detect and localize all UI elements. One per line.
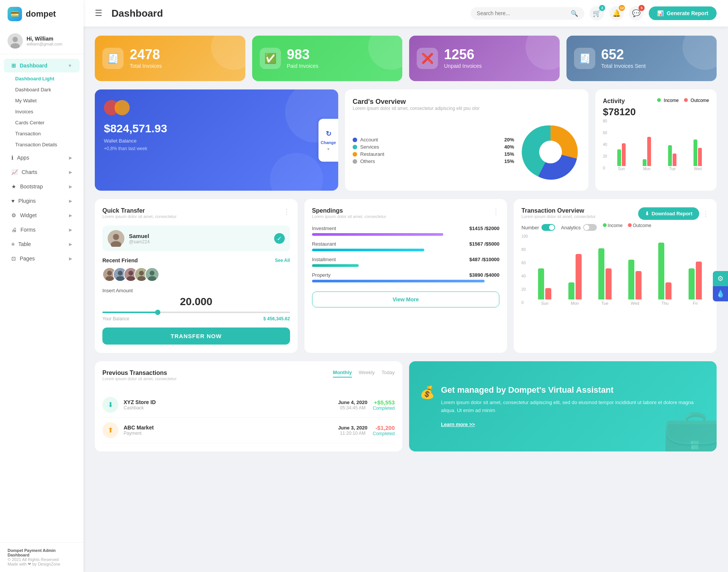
sidebar-subitem-my-wallet[interactable]: My Wallet	[0, 95, 83, 106]
chat-button[interactable]: 💬 5	[629, 6, 643, 20]
sidebar-item-apps[interactable]: ℹ Apps ▶	[4, 151, 80, 165]
transfer-now-button[interactable]: TRANSFER NOW	[102, 328, 290, 345]
big-bar-thu-outcome	[665, 282, 672, 299]
paid-invoices-value: 983	[287, 48, 318, 61]
y-label-0: 0	[603, 166, 607, 170]
assistant-icon: 💰	[420, 385, 435, 400]
installment-label: Installment	[312, 257, 336, 262]
svg-point-18	[139, 271, 144, 276]
forms-icon: 🖨	[11, 227, 17, 233]
footer-made: Made with ❤ by DesignZone	[8, 562, 76, 567]
sidebar-item-pages[interactable]: ⊡ Pages ▶	[4, 252, 80, 265]
big-bar-wed-outcome	[635, 271, 642, 299]
total-sent-label: Total Invoices Sent	[601, 63, 646, 69]
svg-point-15	[129, 271, 133, 276]
spendings-menu-icon[interactable]: ⋮	[493, 207, 499, 216]
view-more-button[interactable]: View More	[312, 291, 500, 307]
y-label-40: 40	[603, 143, 607, 147]
number-toggle: Number	[521, 224, 555, 231]
bar-tue-income	[668, 145, 672, 166]
sidebar-label-forms: Forms	[20, 227, 36, 233]
co-pct-account: 20%	[504, 137, 514, 143]
bell-button[interactable]: 🔔 12	[609, 6, 624, 20]
number-toggle-switch[interactable]	[541, 224, 555, 231]
tab-today[interactable]: Today	[381, 370, 395, 378]
friend-avatar-5[interactable]	[145, 267, 159, 282]
sidebar-item-table[interactable]: ≡ Table ▶	[4, 237, 80, 251]
tx-time: 05:34:45 AM	[338, 405, 367, 411]
sidebar-subitem-dashboard-light[interactable]: Dashboard Light	[0, 73, 83, 84]
assistant-title: Get managed by Dompet's Virtual Assistan…	[441, 385, 706, 395]
sidebar-subitem-transaction-details[interactable]: Transaction Details	[0, 139, 83, 150]
svg-point-16	[127, 276, 135, 281]
cart-button[interactable]: 🛒 2	[590, 6, 604, 20]
activity-title: Activity	[603, 98, 636, 105]
transaction-overview-card: Transaction Overview Lorem ipsum dolor s…	[514, 199, 717, 353]
sidebar-item-widget[interactable]: ⚙ Widget ▶	[4, 208, 80, 222]
sidebar-label-pages: Pages	[20, 255, 35, 262]
menu-icon[interactable]: ☰	[95, 8, 102, 18]
wallet-change-button[interactable]: ↻ Change ▼	[318, 119, 338, 161]
property-amount: $3890 /$4000	[469, 272, 500, 278]
slider-thumb	[155, 310, 160, 315]
tab-monthly[interactable]: Monthly	[333, 370, 352, 378]
tx-date-2: June 3, 2020 11:20:10 AM	[338, 425, 367, 436]
svg-point-19	[137, 276, 145, 281]
user-name: Hi, William	[27, 36, 62, 42]
amount-slider[interactable]	[102, 312, 290, 313]
big-bar-fri-income	[689, 268, 695, 299]
chevron-right-icon: ▶	[69, 155, 72, 160]
previous-transactions-card: Previous Transactions Lorem ipsum dolor …	[95, 361, 402, 451]
installment-amount: $487 /$10000	[469, 257, 500, 262]
svg-point-1	[13, 37, 18, 42]
activity-card: Activity $78120 Income Outcome	[595, 89, 717, 191]
chevron-right-icon-table: ▶	[69, 242, 72, 247]
sidebar-item-bootstrap[interactable]: ★ Bootstrap ▶	[4, 180, 80, 193]
sidebar-subitem-dashboard-dark[interactable]: Dashboard Dark	[0, 84, 83, 95]
sidebar-label-widget: Widget	[20, 212, 37, 218]
account-dot	[353, 138, 357, 142]
sidebar-subitem-invoices[interactable]: Invoices	[0, 106, 83, 117]
svg-point-21	[150, 271, 155, 276]
lower-row: Previous Transactions Lorem ipsum dolor …	[95, 361, 717, 451]
pt-tabs: Monthly Weekly Today	[333, 370, 395, 378]
sidebar-item-plugins[interactable]: ♥ Plugins ▶	[4, 194, 80, 208]
quick-transfer-menu-icon[interactable]: ⋮	[283, 207, 290, 216]
drop-float-button[interactable]: 💧	[713, 286, 728, 301]
analytics-toggle-switch[interactable]	[583, 224, 597, 231]
bar-sun-income	[617, 149, 621, 166]
balance-row: Your Balance $ 456,345.62	[102, 316, 290, 321]
generate-report-button[interactable]: 📊 Generate Report	[649, 6, 717, 20]
bar-mon-income	[643, 159, 646, 166]
tab-weekly[interactable]: Weekly	[359, 370, 375, 378]
sidebar-subitem-cards-center[interactable]: Cards Center	[0, 117, 83, 128]
big-bar-sun-income	[538, 268, 544, 299]
bootstrap-icon: ★	[11, 183, 16, 190]
big-x-wed: Wed	[631, 301, 639, 306]
sidebar-subitem-transaction[interactable]: Transaction	[0, 128, 83, 139]
change-label: Change	[321, 140, 336, 144]
dashboard-icon: ⊞	[11, 63, 16, 69]
download-report-button[interactable]: ⬇ Download Report	[638, 207, 699, 220]
income-legend-dot	[603, 223, 607, 227]
user-info: Hi, William william@gmail.com	[27, 36, 62, 46]
stat-card-total-sent: 🧾 652 Total Invoices Sent	[566, 36, 717, 81]
sidebar-item-dashboard[interactable]: ⊞ Dashboard ▼	[4, 59, 80, 72]
cards-overview-card: Card's Overview Lorem ipsum dolor sit am…	[345, 89, 588, 191]
selected-user-card: Samuel @sam224 ✓	[102, 226, 290, 251]
table-icon: ≡	[11, 241, 14, 247]
sidebar-item-forms[interactable]: 🖨 Forms ▶	[4, 223, 80, 237]
spendings-subtitle: Lorem ipsum dolor sit amet, consectetur	[312, 214, 386, 219]
to-menu-icon[interactable]: ⋮	[702, 210, 709, 218]
wallet-card: $824,571.93 Wallet Balance +0,8% than la…	[95, 89, 338, 191]
learn-more-link[interactable]: Learn more >>	[441, 422, 475, 427]
sidebar-label-table: Table	[18, 241, 31, 247]
tx-name-2: ABC Market	[124, 425, 333, 431]
settings-float-button[interactable]: ⚙	[713, 271, 728, 286]
see-all-link[interactable]: See All	[275, 258, 290, 263]
big-y-80: 80	[521, 248, 528, 252]
search-bar[interactable]: 🔍	[471, 7, 584, 20]
plugins-icon: ♥	[11, 198, 14, 204]
search-input[interactable]	[477, 10, 568, 16]
sidebar-item-charts[interactable]: 📈 Charts ▶	[4, 165, 80, 179]
